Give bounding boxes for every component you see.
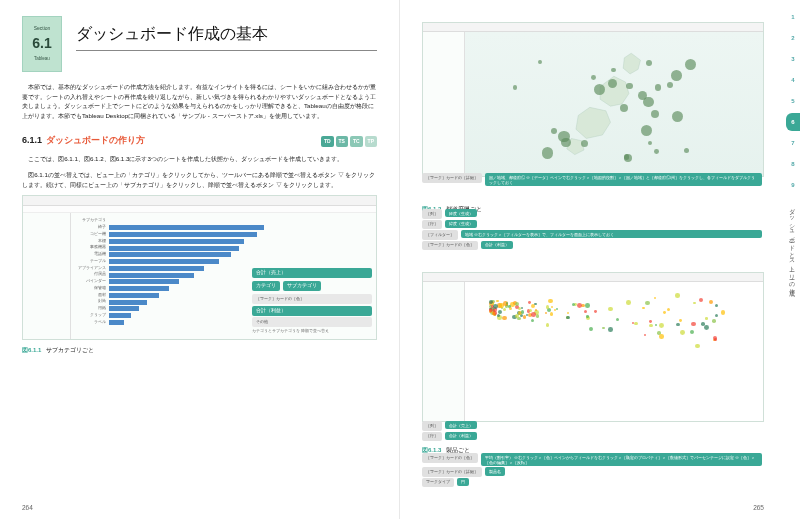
scatter-point [515, 314, 519, 318]
annot-label: マークタイプ [422, 478, 454, 488]
scatter-point [550, 312, 554, 316]
bar-row: コピー機 [77, 232, 370, 238]
annot-label: ［マーク］カードの［詳細］ [422, 467, 482, 477]
tableau-toolbar [23, 196, 376, 206]
annot-value: 円 [457, 478, 469, 486]
scatter-point [626, 300, 631, 305]
annot-value: 地域 ※右クリック＞［フィルターを表示］で、フィルターを画面上に表示しておく [461, 230, 762, 238]
bar-row: サブカテゴリ [77, 218, 370, 224]
chapter-tab-4[interactable]: 4 [786, 71, 800, 89]
scatter-plot [465, 282, 763, 421]
bar-label: 用紙 [77, 306, 109, 312]
scatter-point [616, 318, 619, 321]
bar-label: バインダー [77, 279, 109, 285]
page-left: Section 6.1 Tableau ダッシュボード作成の基本 本節では、基本… [0, 0, 400, 519]
page-right: ［マーク］カードの［詳細］国／地域、都道府県 ※［データ］ペインで右クリック＞［… [400, 0, 800, 519]
scatter-point [521, 310, 524, 313]
scatter-point [680, 330, 685, 335]
figure-callouts: 合計（売上） カテゴリ サブカテゴリ ［マーク］カードの［色］ 合計（利益） そ… [252, 267, 372, 335]
chapter-tab-2[interactable]: 2 [786, 29, 800, 47]
chip-tp: TP [365, 136, 377, 147]
annot-value: 経度（生成） [445, 209, 477, 217]
annot-value: 合計（利益） [445, 432, 477, 440]
bar [109, 266, 204, 271]
chapter-tab-8[interactable]: 8 [786, 155, 800, 173]
bar [109, 313, 131, 318]
map-bubble [672, 111, 683, 122]
bar-label: 画材 [77, 293, 109, 299]
scatter-point [567, 312, 569, 314]
scatter-point [659, 334, 663, 338]
scatter-point [546, 305, 549, 308]
annot-value: 緯度（生成） [445, 220, 477, 228]
bar [109, 279, 179, 284]
chapter-tab-7[interactable]: 7 [786, 134, 800, 152]
annot-label: ［フィルター］ [422, 230, 458, 240]
annot-label: ［マーク］カードの［色］ [422, 241, 478, 251]
scatter-point [715, 314, 718, 317]
bar-row: テーブル [77, 259, 370, 265]
scatter-point [594, 310, 597, 313]
page-number-right: 265 [753, 503, 764, 513]
map-bubble [643, 97, 654, 108]
map-bubble [654, 149, 659, 154]
figure-6-1-3-annotations-2: ［マーク］カードの［色］平均（割引率） ※右クリック＞［色］ペインからフィールド… [422, 452, 762, 488]
chapter-tab-3[interactable]: 3 [786, 50, 800, 68]
annot-value: 合計（利益） [481, 241, 513, 249]
page-number-left: 264 [22, 503, 33, 513]
bar [109, 239, 244, 244]
scatter-point [585, 303, 590, 308]
scatter-point [528, 301, 531, 304]
chip-tc: TC [350, 136, 363, 147]
chip-td: TD [321, 136, 334, 147]
scatter-point [531, 312, 536, 317]
japan-map [465, 32, 763, 176]
scatter-point [679, 319, 682, 322]
bar [109, 320, 124, 325]
subsection-heading: 6.1.1 ダッシュボードの作り方 TD TS TC TP [22, 134, 377, 148]
bar-label: 事務機器 [77, 245, 109, 251]
chapter-tab-9[interactable]: 9 [786, 176, 800, 194]
annot-label: ［行］ [422, 220, 442, 230]
annot-label: ［マーク］カードの［詳細］ [422, 173, 482, 183]
annot-label: ［列］ [422, 209, 442, 219]
bar-label: アプライアンス [77, 266, 109, 272]
scatter-point [584, 310, 587, 313]
bar-label: 封筒 [77, 299, 109, 305]
scatter-point [521, 307, 524, 310]
annot-label: ［列］ [422, 421, 442, 431]
bar-label: 付属品 [77, 272, 109, 278]
callout-other: その他 [252, 317, 372, 327]
chapter-tabs: 123456789ダッシュボードとストーリーの作成 [786, 0, 800, 519]
scatter-point [659, 323, 664, 328]
scatter-point [654, 297, 656, 299]
map-bubble [538, 60, 542, 64]
chapter-tab-6[interactable]: 6 [786, 113, 800, 131]
map-bubble [626, 83, 632, 89]
bar-label: 電話機 [77, 252, 109, 258]
callout-mark-color: ［マーク］カードの［色］ [252, 294, 372, 304]
scatter-point [691, 322, 696, 327]
bar [109, 306, 139, 311]
chapter-tab-5[interactable]: 5 [786, 92, 800, 110]
scatter-point [535, 309, 537, 311]
bar [109, 286, 169, 291]
figure-6-1-1: サブカテゴリ椅子コピー機本棚事務機器電話機テーブルアプライアンス付属品バインダー… [22, 195, 377, 340]
scatter-point [649, 324, 653, 328]
chapter-tab-1[interactable]: 1 [786, 8, 800, 26]
map-bubble [542, 147, 553, 158]
section-badge: Section 6.1 Tableau [22, 16, 62, 72]
bar-chart: サブカテゴリ椅子コピー機本棚事務機器電話機テーブルアプライアンス付属品バインダー… [71, 213, 376, 339]
callout-profit: 合計（利益） [252, 306, 372, 316]
scatter-point [663, 311, 666, 314]
subsection-title: ダッシュボードの作り方 [46, 134, 145, 148]
bar [109, 225, 264, 230]
map-bubble [671, 70, 682, 81]
bar-label: 椅子 [77, 225, 109, 231]
bar [109, 246, 239, 251]
bar-label: テーブル [77, 259, 109, 265]
data-pane [23, 213, 71, 339]
scatter-point [712, 319, 716, 323]
scatter-point [634, 322, 637, 325]
scatter-point [589, 327, 593, 331]
